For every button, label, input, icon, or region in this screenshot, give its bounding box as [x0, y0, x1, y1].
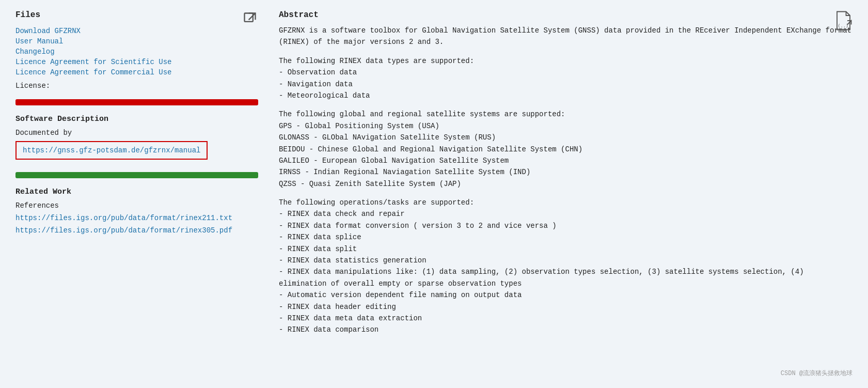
user-manual-link[interactable]: User Manual — [15, 37, 258, 45]
abstract-content: GFZRNX is a software toolbox for Global … — [279, 25, 853, 336]
related-work-title: Related Work — [15, 188, 258, 196]
abstract-para1: GFZRNX is a software toolbox for Global … — [279, 25, 853, 48]
abstract-para4: The following operations/tasks are suppo… — [279, 197, 853, 336]
license-label: License: — [15, 82, 258, 90]
rinex305-link[interactable]: https://files.igs.org/pub/data/format/ri… — [15, 226, 258, 235]
rinex211-link[interactable]: https://files.igs.org/pub/data/format/ri… — [15, 214, 258, 222]
changelog-link[interactable]: Changelog — [15, 48, 258, 56]
files-section: Files Download GFZRNX User Manual Change… — [15, 10, 258, 90]
external-link-icon[interactable] — [243, 11, 258, 27]
download-gfzrnx-link[interactable]: Download GFZRNX — [15, 27, 258, 35]
related-work-section: Related Work References https://files.ig… — [15, 188, 258, 237]
licence-scientific-link[interactable]: Licence Agreement for Scientific Use — [15, 58, 258, 66]
files-title: Files — [15, 10, 40, 20]
left-panel: Files Download GFZRNX User Manual Change… — [0, 5, 269, 383]
red-divider-bar — [15, 99, 258, 105]
manual-link-box: https://gnss.gfz-potsdam.de/gfzrnx/manua… — [15, 141, 208, 160]
abstract-para3: The following global and regional satell… — [279, 108, 853, 190]
svg-line-1 — [249, 13, 256, 20]
licence-commercial-link[interactable]: Licence Agreement for Commercial Use — [15, 68, 258, 76]
files-links: Download GFZRNX User Manual Changelog Li… — [15, 27, 258, 76]
software-description-section: Software Description Documented by https… — [15, 115, 258, 163]
file-icon[interactable]: (..) — [834, 10, 853, 33]
right-panel: (..) Abstract GFZRNX is a software toolb… — [269, 5, 868, 383]
abstract-title: Abstract — [279, 10, 853, 20]
abstract-para2: The following RINEX data types are suppo… — [279, 55, 853, 102]
software-description-title: Software Description — [15, 115, 258, 123]
references-label: References — [15, 201, 258, 210]
documented-by-label: Documented by — [15, 129, 258, 137]
green-divider-bar — [15, 172, 258, 178]
svg-text:(..): (..) — [838, 23, 848, 28]
manual-link[interactable]: https://gnss.gfz-potsdam.de/gfzrnx/manua… — [23, 146, 200, 154]
csdn-watermark: CSDN @流浪猪头拯救地球 — [781, 369, 853, 378]
